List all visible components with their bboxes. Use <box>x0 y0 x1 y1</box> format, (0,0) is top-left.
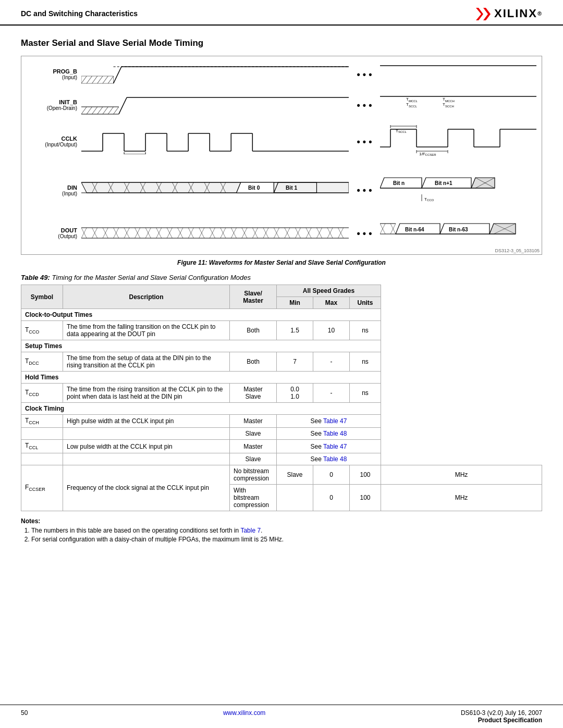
max-fccser-1: 100 <box>350 465 381 484</box>
units-fccser-1: MHz <box>381 465 542 484</box>
footer-doc-id: DS610-3 (v2.0) July 16, 2007 <box>461 709 542 717</box>
dots-prog-b: • • • <box>349 65 380 84</box>
max-tdcc: - <box>313 352 350 372</box>
xilinx-logo: XILINX ® <box>476 5 542 21</box>
page-footer: 50 www.xilinx.com DS610-3 (v2.0) July 16… <box>0 705 563 728</box>
waveform-right-prog-b <box>380 64 536 85</box>
symbol-tccd: TCCD <box>21 384 63 403</box>
link-table48-tcch[interactable]: Table 48 <box>323 430 347 437</box>
desc2-fccser-1: No bitstream compression <box>230 465 277 484</box>
waveform-row-cclk: CCLK (Input/Output) <box>27 125 536 158</box>
table-row-fccser-1: FCCSER Frequency of the clock signal at … <box>21 465 542 484</box>
table-row-tcco: TCCO The time from the falling transitio… <box>21 321 542 340</box>
th-symbol: Symbol <box>21 285 63 309</box>
th-min: Min <box>277 297 313 309</box>
note-2: For serial configuration with a daisy-ch… <box>31 536 542 543</box>
waveform-row-din: DIN (Input) <box>27 172 536 208</box>
svg-marker-177 <box>489 224 516 234</box>
waveform-prog-b <box>81 65 349 84</box>
desc-tccl: Low pulse width at the CCLK input pin <box>63 440 230 453</box>
page-header: DC and Switching Characteristics XILINX … <box>0 0 563 26</box>
desc-tdcc: The time from the setup of data at the D… <box>63 352 230 372</box>
main-content: Master Serial and Slave Serial Mode Timi… <box>0 26 563 705</box>
waveform-right-init-b: TMCCL TMCCH TSCCL TSCCH <box>380 94 536 116</box>
section-row-hold: Hold Times <box>21 372 542 384</box>
link-table47-tccl[interactable]: Table 47 <box>323 443 347 450</box>
svg-text:1/FCCSER: 1/FCCSER <box>419 152 436 156</box>
units-tccd: ns <box>350 384 381 403</box>
signal-label-cclk: CCLK (Input/Output) <box>27 135 81 147</box>
section-title: Master Serial and Slave Serial Mode Timi… <box>21 38 542 48</box>
max-fccser-2: 100 <box>350 484 381 511</box>
dots-cclk: • • • <box>349 132 380 152</box>
svg-text:TSCCL: TSCCL <box>406 102 418 108</box>
signal-label-din: DIN (Input) <box>27 184 81 196</box>
svg-line-19 <box>114 107 119 114</box>
min-fccser-2: 0 <box>313 484 350 511</box>
min-tdcc: 7 <box>277 352 313 372</box>
table-row-tdcc: TDCC The time from the setup of data at … <box>21 352 542 372</box>
section-label-clock-timing: Clock Timing <box>21 403 381 415</box>
section-row-setup: Setup Times <box>21 340 542 352</box>
footer-website[interactable]: www.xilinx.com <box>223 709 265 717</box>
waveform-init-b <box>81 95 349 115</box>
slave-tccl-master: Master <box>230 440 277 453</box>
svg-text:Bit 0: Bit 0 <box>248 185 260 191</box>
dots-init-b: • • • <box>349 95 380 115</box>
svg-text:Bit n-63: Bit n-63 <box>449 227 468 232</box>
table-row-tccd: TCCD The time from the rising transition… <box>21 384 542 403</box>
svg-text:Bit n-64: Bit n-64 <box>405 227 424 232</box>
link-table47-tcch[interactable]: Table 47 <box>323 417 347 425</box>
desc-fccser: Frequency of the clock signal at the CCL… <box>63 465 230 511</box>
link-table7[interactable]: Table 7 <box>240 527 261 534</box>
slave-tcco: Both <box>230 321 277 340</box>
waveform-right-din: Bit n Bit n+1 TCCO <box>380 172 536 208</box>
svg-line-4 <box>87 76 92 83</box>
ds-ref: DS312-3_05_103105 <box>495 248 540 253</box>
link-table48-tccl[interactable]: Table 48 <box>323 455 347 463</box>
max-tccd: - <box>313 384 350 403</box>
th-all-speed-grades: All Speed Grades <box>277 285 381 297</box>
dots-din: • • • <box>349 180 380 200</box>
xilinx-logo-text: XILINX <box>494 7 537 20</box>
svg-line-16 <box>97 107 103 114</box>
footer-right: DS610-3 (v2.0) July 16, 2007 Product Spe… <box>461 709 542 724</box>
desc-tccl-slave <box>63 453 230 465</box>
desc-tcch: High pulse width at the CCLK input pin <box>63 415 230 428</box>
section-row-clock-output: Clock-to-Output Times <box>21 309 542 321</box>
waveform-diagram: PROG_B (Input) <box>21 56 542 255</box>
waveform-cclk: TDCC TCCD <box>81 129 349 154</box>
th-description: Description <box>63 285 230 309</box>
units-tdcc: ns <box>350 352 381 372</box>
xilinx-symbol-icon <box>476 5 492 21</box>
svg-text:Bit n: Bit n <box>393 180 405 186</box>
symbol-tdcc: TDCC <box>21 352 63 372</box>
table-row-tccl-slave: Slave See Table 48 <box>21 453 542 465</box>
waveform-right-dout: Bit n-64 Bit n-63 <box>380 219 536 247</box>
symbol-tcch-slave <box>21 428 63 440</box>
svg-marker-0 <box>476 8 483 20</box>
signal-label-dout: DOUT (Output) <box>27 227 81 239</box>
dots-dout: • • • <box>349 224 380 243</box>
svg-line-15 <box>92 107 97 114</box>
notes-title: Notes: <box>21 517 542 525</box>
svg-line-18 <box>108 107 113 114</box>
slave-fccser-2 <box>277 484 313 511</box>
waveform-dout <box>81 224 349 243</box>
signal-label-prog-b: PROG_B (Input) <box>27 68 81 80</box>
timing-table: Symbol Description Slave/Master All Spee… <box>21 285 542 511</box>
section-label-hold: Hold Times <box>21 372 381 384</box>
notes-list: The numbers in this table are based on t… <box>31 527 542 543</box>
desc-tcch-slave <box>63 428 230 440</box>
desc-tccd: The time from the rising transition at t… <box>63 384 230 403</box>
waveform-din: Bit 0 Bit 1 <box>81 177 349 203</box>
waveform-row-prog-b: PROG_B (Input) <box>27 64 536 85</box>
waveform-row-init-b: INIT_B (Open-Drain) <box>27 94 536 116</box>
symbol-tcch: TCCH <box>21 415 63 428</box>
symbol-fccser: FCCSER <box>21 465 63 511</box>
svg-line-13 <box>81 107 87 114</box>
table-caption: Table 49: Timing for the Master Serial a… <box>21 274 542 281</box>
section-label-clock-output: Clock-to-Output Times <box>21 309 381 321</box>
units-fccser-2: MHz <box>381 484 542 511</box>
footer-doc-type: Product Specification <box>461 717 542 724</box>
